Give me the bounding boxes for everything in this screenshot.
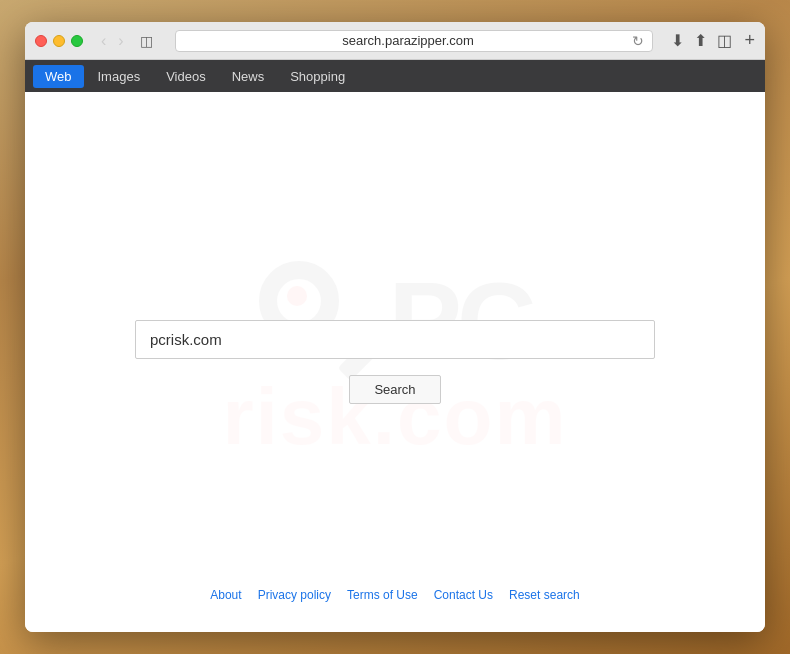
page-content: PC risk.com Search About Privacy policy … xyxy=(25,92,765,632)
minimize-button[interactable] xyxy=(53,35,65,47)
share-button[interactable]: ⬆ xyxy=(692,29,709,52)
nav-bar: Web Images Videos News Shopping xyxy=(25,60,765,92)
nav-tab-videos[interactable]: Videos xyxy=(154,65,218,88)
footer-link-privacy[interactable]: Privacy policy xyxy=(258,588,331,602)
nav-tab-shopping[interactable]: Shopping xyxy=(278,65,357,88)
title-bar: ‹ › ◫ ↻ ⬇ ⬆ ◫ + xyxy=(25,22,765,60)
magnifier-dot xyxy=(287,286,307,306)
browser-window: ‹ › ◫ ↻ ⬇ ⬆ ◫ + Web Images Videos News S… xyxy=(25,22,765,632)
maximize-button[interactable] xyxy=(71,35,83,47)
footer-link-terms[interactable]: Terms of Use xyxy=(347,588,418,602)
address-bar[interactable] xyxy=(184,33,633,48)
new-tab-button[interactable]: ◫ xyxy=(715,29,734,52)
back-button[interactable]: ‹ xyxy=(97,31,110,51)
search-container: Search xyxy=(95,320,695,404)
nav-buttons: ‹ › ◫ xyxy=(97,31,159,51)
add-tab-button[interactable]: + xyxy=(744,30,755,51)
address-bar-container: ↻ xyxy=(175,30,654,52)
tab-view-button[interactable]: ◫ xyxy=(134,31,159,51)
close-button[interactable] xyxy=(35,35,47,47)
toolbar-right: ⬇ ⬆ ◫ + xyxy=(669,29,755,52)
search-input-wrapper xyxy=(95,320,695,359)
nav-tab-web[interactable]: Web xyxy=(33,65,84,88)
traffic-lights xyxy=(35,35,83,47)
footer-links: About Privacy policy Terms of Use Contac… xyxy=(210,588,579,602)
search-input[interactable] xyxy=(135,320,655,359)
footer-link-reset[interactable]: Reset search xyxy=(509,588,580,602)
nav-tab-news[interactable]: News xyxy=(220,65,277,88)
nav-tab-images[interactable]: Images xyxy=(86,65,153,88)
download-button[interactable]: ⬇ xyxy=(669,29,686,52)
refresh-button[interactable]: ↻ xyxy=(632,33,644,49)
footer-link-contact[interactable]: Contact Us xyxy=(434,588,493,602)
forward-button[interactable]: › xyxy=(114,31,127,51)
search-button[interactable]: Search xyxy=(349,375,440,404)
footer-link-about[interactable]: About xyxy=(210,588,241,602)
